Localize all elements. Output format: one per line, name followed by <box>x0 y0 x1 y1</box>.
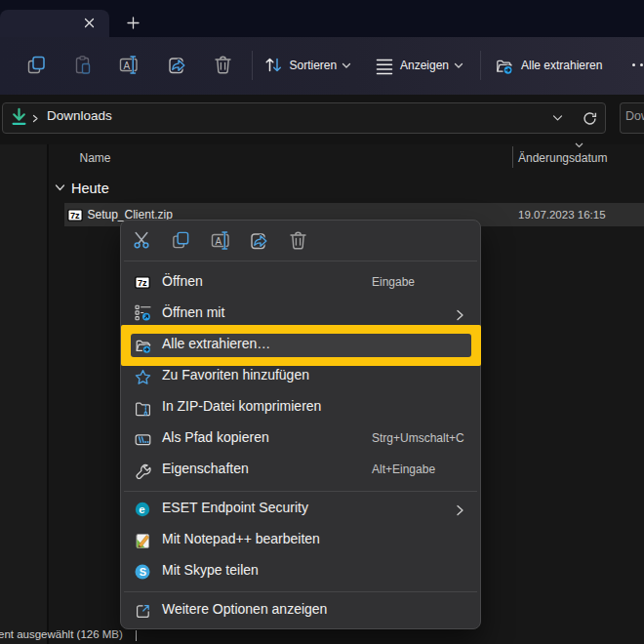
svg-text:7z: 7z <box>138 278 147 288</box>
svg-text:e: e <box>139 503 144 515</box>
svg-text:7z: 7z <box>70 211 80 221</box>
svg-text:S: S <box>140 566 146 578</box>
svg-text:A: A <box>216 236 222 247</box>
svg-text:A: A <box>124 60 131 71</box>
